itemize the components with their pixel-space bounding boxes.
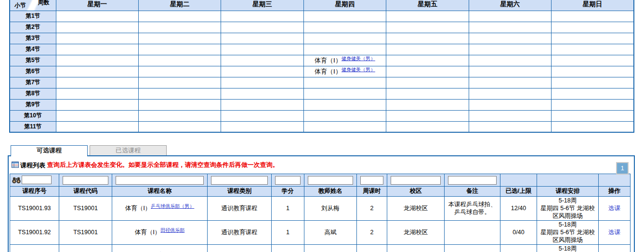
timetable-cell <box>469 88 551 99</box>
course-list-notice: 查询后上方课表会发生变化。如要显示全部课程，请清空查询条件后再做一次查询。 <box>47 161 279 168</box>
col-header-remark: 备注 <box>445 186 500 196</box>
timetable-course-name: 体育（Ⅰ） <box>315 57 342 64</box>
col-header-credit: 学分 <box>272 186 304 196</box>
course-name-cell: 体育（Ⅰ）田径俱乐部 <box>112 220 208 244</box>
col-header-weekly-hours: 周课时 <box>357 186 387 196</box>
course-remark: 本课程乒乓球拍、乒乓球自带。 <box>445 196 500 220</box>
timetable-cell <box>552 33 634 44</box>
timetable-cell <box>552 11 634 22</box>
schedule-weeks: 5-18周 <box>538 197 597 204</box>
timetable-cell <box>469 33 551 44</box>
period-label: 第8节 <box>10 88 56 99</box>
day-header-wednesday: 星期三 <box>221 0 303 11</box>
col-header-campus: 校区 <box>387 186 445 196</box>
timetable-cell <box>138 33 221 44</box>
col-header-enrolled-limit: 已选/上限 <box>500 186 537 196</box>
timetable-cell <box>469 66 551 77</box>
course-teacher: 高斌 <box>304 220 357 244</box>
course-list-panel: 课程列表 查询后上方课表会发生变化。如要显示全部课程，请清空查询条件后再做一次查… <box>8 155 635 252</box>
select-course-link[interactable]: 选课 <box>608 229 620 236</box>
timetable-cell <box>56 66 138 77</box>
timetable-cell <box>303 22 386 33</box>
club-link[interactable]: 健身健美（男） <box>342 56 375 61</box>
timetable-cell <box>469 110 551 121</box>
course-name-cell: 体育（Ⅰ）乒乓球俱乐部（男） <box>112 196 208 220</box>
course-remark <box>445 244 500 252</box>
timetable-cell <box>221 99 303 110</box>
day-header-monday: 星期一 <box>56 0 138 11</box>
col-header-action: 操作 <box>599 186 631 196</box>
col-header-name: 课程名称 <box>112 186 208 196</box>
timetable-cell <box>552 22 634 33</box>
timetable-cell <box>56 99 138 110</box>
timetable-cell <box>138 55 221 66</box>
day-header-tuesday: 星期二 <box>138 0 221 11</box>
timetable-cell <box>386 11 469 22</box>
timetable-cell <box>56 88 138 99</box>
club-link[interactable]: 田径俱乐部 <box>160 227 184 233</box>
course-enrolled-limit: 12/40 <box>500 196 537 220</box>
course-teacher: 刘从梅 <box>304 196 357 220</box>
timetable-cell <box>552 99 634 110</box>
period-label: 第11节 <box>10 121 56 132</box>
timetable-cell <box>552 44 634 55</box>
timetable-cell <box>138 99 221 110</box>
filter-weekly-hours-input[interactable] <box>360 176 383 185</box>
filter-teacher-input[interactable] <box>308 176 353 185</box>
col-header-seq: 课程序号 <box>10 186 59 196</box>
timetable-cell <box>303 110 386 121</box>
schedule-weeks: 5-18周 <box>538 221 597 228</box>
course-credit: 1 <box>272 244 304 252</box>
timetable-cell <box>138 121 221 132</box>
course-row: 体育（Ⅰ）武术俱乐部（男） 通识教育课程 1 高伟 龙湖校区 0/40 5-18… <box>10 244 631 252</box>
course-seq <box>10 244 59 252</box>
timetable-cell <box>56 33 138 44</box>
timetable-cell: 体育（Ⅰ）健身健美（男） <box>303 55 386 66</box>
filter-course-name-input[interactable] <box>116 176 204 185</box>
timetable-cell <box>138 77 221 88</box>
binoculars-search-icon <box>12 176 21 184</box>
day-header-saturday: 星期六 <box>469 0 551 11</box>
filter-remark-input[interactable] <box>448 176 497 185</box>
timetable-cell <box>386 33 469 44</box>
club-link[interactable]: 健身健美（男） <box>342 67 375 72</box>
filter-credit-input[interactable] <box>275 176 301 185</box>
course-code: TS19001 <box>59 196 112 220</box>
course-campus: 龙湖校区 <box>387 196 445 220</box>
timetable-cell <box>469 77 551 88</box>
timetable-cell <box>138 22 221 33</box>
timetable-cell <box>221 22 303 33</box>
club-link[interactable]: 乒乓球俱乐部（男） <box>151 203 194 209</box>
timetable-cell <box>303 121 386 132</box>
course-schedule: 5-18周 星期四 5-6节 龙湖校区风雨操场 <box>537 220 599 244</box>
period-label: 第2节 <box>10 22 56 33</box>
timetable-cell <box>552 55 634 66</box>
timetable-cell <box>221 110 303 121</box>
course-weekly-hours <box>357 244 387 252</box>
period-label: 第9节 <box>10 99 56 110</box>
course-category: 通识教育课程 <box>208 220 272 244</box>
filter-campus-input[interactable] <box>391 176 441 185</box>
timetable-cell <box>386 99 469 110</box>
timetable-cell <box>469 55 551 66</box>
filter-category-input[interactable] <box>211 176 268 185</box>
timetable-cell <box>221 77 303 88</box>
filter-course-code-input[interactable] <box>63 176 108 185</box>
timetable-cell <box>138 66 221 77</box>
timetable-course-name: 体育（Ⅰ） <box>315 68 342 75</box>
schedule-detail: 星期四 5-6节 龙湖校区风雨操场 <box>538 228 597 244</box>
tab-available-courses[interactable]: 可选课程 <box>11 145 88 156</box>
period-label: 第10节 <box>10 110 56 121</box>
timetable-cell <box>386 44 469 55</box>
course-credit: 1 <box>272 196 304 220</box>
select-course-link[interactable]: 选课 <box>608 205 620 212</box>
tab-selected-courses[interactable]: 已选课程 <box>90 145 167 155</box>
timetable-cell <box>552 121 634 132</box>
course-schedule: 5-18周 星期四 5-6节 龙湖校区风雨操场 <box>537 244 599 252</box>
timetable-cell <box>138 44 221 55</box>
filter-course-seq-input[interactable] <box>22 176 52 184</box>
timetable-cell <box>552 66 634 77</box>
timetable-cell <box>303 88 386 99</box>
page-1-button[interactable]: 1 <box>616 162 629 175</box>
corner-periods-label: 小节 <box>14 1 26 10</box>
